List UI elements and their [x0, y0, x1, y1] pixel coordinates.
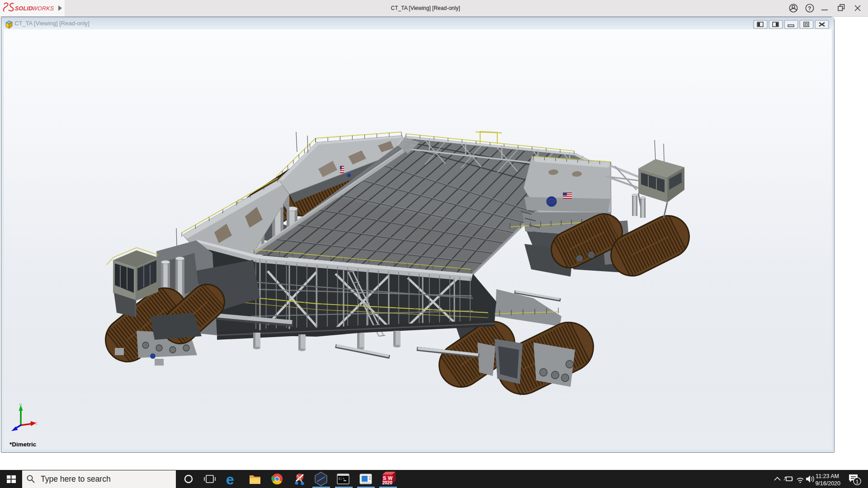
svg-text:Y: Y	[19, 403, 22, 408]
svg-text:?: ?	[808, 5, 811, 12]
svg-text:SOLID: SOLID	[15, 5, 33, 12]
svg-text:X: X	[35, 421, 38, 426]
svg-text:WORKS: WORKS	[32, 5, 54, 12]
